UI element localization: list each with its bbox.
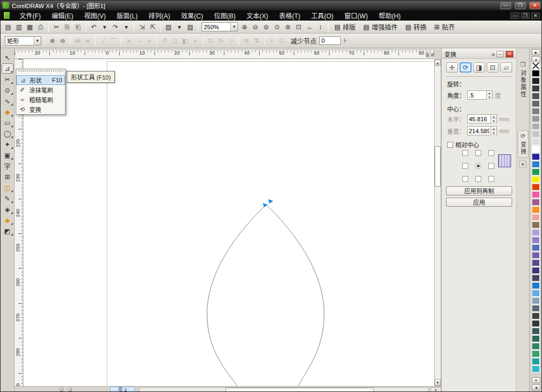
maximize-button[interactable]: ❐ (515, 2, 526, 9)
redo-button[interactable]: ↷ (110, 22, 121, 32)
zoom-width-button[interactable]: ↔ (304, 22, 315, 32)
convert-to-curve-button[interactable]: ⌒ (108, 36, 119, 46)
close-curve-button[interactable]: ◻ (170, 36, 180, 46)
copy-button[interactable]: ⎘ (62, 22, 73, 32)
no-color-swatch[interactable] (532, 62, 540, 69)
anchor-checkbox[interactable] (462, 163, 468, 169)
scroll-up-icon[interactable]: ▲ (435, 60, 441, 66)
import-button[interactable]: ⇲ (137, 22, 147, 32)
color-swatch[interactable] (532, 214, 540, 221)
menu-item-table[interactable]: 表格(T) (274, 10, 306, 21)
color-swatch[interactable] (532, 115, 540, 122)
autoclose-curve-button[interactable]: ◗ (190, 36, 201, 46)
save-button[interactable]: ▦ (24, 22, 35, 32)
add-page-icon[interactable]: ❏ (58, 387, 64, 392)
apply-button[interactable]: 应用 (446, 198, 512, 207)
palette-expand-icon[interactable]: ◀ (532, 384, 540, 390)
color-swatch[interactable] (532, 365, 540, 373)
zoom-height-button[interactable]: ↕ (315, 22, 326, 32)
horizontal-spinner[interactable]: ▲▼ (491, 115, 496, 123)
anchor-center-radio[interactable] (475, 163, 481, 169)
horizontal-scroll-thumb[interactable] (225, 388, 374, 392)
flyout-tearoff-handle[interactable] (18, 70, 63, 74)
color-swatch[interactable] (532, 146, 540, 153)
delete-node-button[interactable]: ⊖ (57, 36, 68, 46)
color-swatch[interactable] (532, 108, 540, 115)
new-document-button[interactable]: ▤ (3, 22, 14, 32)
horizontal-scrollbar[interactable] (139, 387, 429, 392)
color-swatch[interactable] (532, 335, 540, 342)
welcome-screen-button[interactable]: ▨ (185, 22, 196, 32)
color-swatch[interactable] (532, 244, 540, 251)
freehand-tool[interactable]: ∿ (2, 96, 14, 106)
menu-item-arrange[interactable]: 排列(A) (143, 10, 176, 21)
horizontal-input[interactable] (468, 116, 491, 122)
interactive-fill-tool[interactable]: ◩ (2, 226, 14, 236)
color-swatch[interactable] (532, 191, 540, 198)
undo-dropdown[interactable]: ▾ (99, 22, 110, 32)
menu-item-effects[interactable]: 效果(C) (176, 10, 209, 21)
scale-mirror-button[interactable]: ◨ (473, 62, 485, 73)
blend-tool[interactable]: ◫ (2, 182, 14, 193)
plugins-button[interactable]: ▤增强插件 (359, 22, 401, 32)
rotate-nodes-button[interactable]: ⟳ (216, 36, 226, 46)
crop-tool[interactable]: ✂ (2, 74, 14, 84)
relative-center-checkbox[interactable] (447, 142, 453, 148)
minimize-button[interactable]: — (500, 2, 511, 9)
color-swatch[interactable] (532, 130, 540, 138)
apply-to-duplicate-button[interactable]: 应用到再制 (446, 186, 512, 195)
color-swatch[interactable] (532, 252, 540, 259)
docker-minimize-button[interactable]: — (496, 51, 504, 57)
zoom-level-input[interactable] (202, 23, 230, 31)
color-swatch[interactable] (532, 168, 540, 175)
color-swatch[interactable] (532, 93, 540, 100)
menu-item-text[interactable]: 文本(X) (241, 10, 274, 21)
polygon-tool[interactable]: ✦ (2, 139, 14, 149)
color-swatch[interactable] (532, 85, 540, 92)
color-swatch[interactable] (532, 77, 540, 84)
preset-input[interactable] (5, 37, 34, 44)
launcher-dropdown[interactable]: ▾ (174, 22, 185, 32)
color-swatch[interactable] (532, 282, 540, 289)
reduce-nodes-input[interactable] (319, 36, 341, 45)
eyedropper-tool[interactable]: ✎ (2, 193, 14, 204)
rotate-button[interactable]: ⟳ (460, 62, 472, 73)
palette-flyout-button[interactable]: ▶ (532, 49, 540, 55)
palette-scroll-up-icon[interactable]: ▲ (532, 56, 540, 62)
vertical-scroll-thumb[interactable] (435, 146, 441, 187)
stretch-nodes-button[interactable]: ⊡ (205, 36, 216, 46)
rectangle-tool[interactable]: ▭ (2, 117, 14, 128)
angle-input[interactable] (468, 92, 486, 99)
horizontal-ruler[interactable]: 20100102030405060708090 (15, 50, 434, 59)
horizontal-field[interactable]: ▲▼ (467, 114, 497, 123)
anchor-checkbox[interactable] (488, 176, 494, 182)
convert-to-line-button[interactable]: ╱ (98, 36, 108, 46)
color-swatch[interactable] (532, 259, 540, 266)
extract-subpath-button[interactable]: ◧ (180, 36, 190, 46)
open-button[interactable]: ▥ (14, 22, 24, 32)
doc-minimize-button[interactable]: — (511, 12, 519, 19)
redo-dropdown[interactable]: ▾ (121, 22, 132, 32)
color-swatch[interactable] (532, 343, 540, 350)
menu-item-edit[interactable]: 编辑(E) (46, 10, 79, 21)
color-swatch[interactable] (532, 229, 540, 236)
menu-item-help[interactable]: 帮助(H) (373, 10, 406, 21)
color-swatch[interactable] (532, 206, 540, 213)
menu-item-file[interactable]: 文件(F) (14, 10, 46, 21)
color-swatch[interactable] (532, 153, 540, 160)
vertical-scrollbar[interactable]: ▲ ▼ (434, 59, 441, 386)
color-swatch[interactable] (532, 275, 540, 282)
color-swatch[interactable] (532, 350, 540, 357)
color-swatch[interactable] (532, 297, 540, 304)
flyout-item-smudge-brush[interactable]: ✐涂抹笔刷 (16, 85, 65, 95)
zoom-combo-arrow-icon[interactable]: ▾ (230, 23, 237, 31)
tab-object-properties[interactable]: ❐对象属性 (518, 59, 528, 100)
color-swatch[interactable] (532, 70, 540, 77)
color-swatch[interactable] (532, 176, 540, 183)
color-swatch[interactable] (532, 100, 540, 107)
preset-combo-arrow-icon[interactable]: ▾ (34, 37, 41, 45)
join-nodes-button[interactable]: ⋈ (73, 36, 83, 46)
angle-spinner[interactable]: ▲▼ (486, 91, 492, 100)
color-swatch[interactable] (532, 237, 540, 244)
color-swatch[interactable] (532, 161, 540, 168)
